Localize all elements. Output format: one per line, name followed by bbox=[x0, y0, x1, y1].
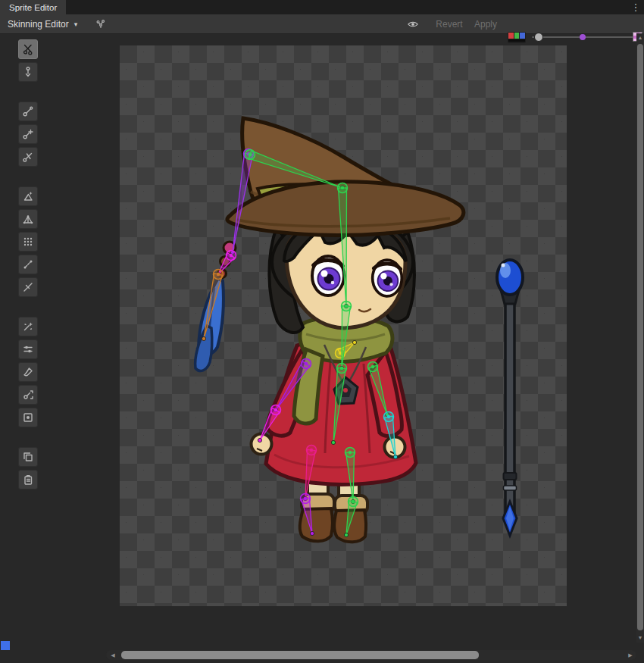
edit-geometry-icon bbox=[22, 213, 34, 225]
tool-auto-weights-button[interactable] bbox=[18, 317, 38, 336]
tool-edit-bone-button[interactable] bbox=[18, 102, 38, 121]
tool-bone-influence-button[interactable] bbox=[18, 385, 38, 405]
scroll-up-arrow[interactable]: ▲ bbox=[636, 33, 644, 42]
green-channel-swatch bbox=[514, 33, 520, 39]
alpha-channel-swatch bbox=[508, 39, 525, 42]
toolbar: Skinning Editor ▾ Revert Apply bbox=[0, 14, 644, 34]
paste-icon bbox=[22, 474, 34, 486]
bone-gizmo[interactable] bbox=[331, 364, 346, 445]
zoom-slider[interactable] bbox=[532, 33, 633, 41]
color-channels-icon[interactable] bbox=[508, 32, 526, 43]
copy-icon bbox=[22, 451, 34, 463]
tool-restore-bind-pose-button[interactable] bbox=[18, 62, 38, 82]
bone-gizmo[interactable] bbox=[202, 270, 223, 341]
tool-weight-brush-button[interactable] bbox=[18, 362, 38, 382]
tool-weight-slider-button[interactable] bbox=[18, 339, 38, 359]
bone-gizmo[interactable] bbox=[274, 359, 311, 412]
tool-create-vertex-button[interactable] bbox=[18, 232, 38, 252]
tool-preview-pose-button[interactable] bbox=[18, 39, 38, 59]
apply-button[interactable]: Apply bbox=[470, 16, 502, 32]
restore-bind-pose-icon bbox=[22, 66, 34, 78]
bone-influence-icon bbox=[22, 389, 34, 401]
bone-gizmo[interactable] bbox=[301, 494, 314, 536]
scroll-left-arrow[interactable]: ◀ bbox=[108, 650, 117, 660]
tool-split-bone-button[interactable] bbox=[18, 147, 38, 167]
create-bone-icon bbox=[22, 128, 34, 140]
tool-sprite-influence-button[interactable] bbox=[18, 408, 38, 427]
bone-gizmo[interactable] bbox=[230, 149, 253, 255]
tab-sprite-editor[interactable]: Sprite Editor bbox=[0, 0, 66, 14]
visibility-eye-button[interactable] bbox=[403, 17, 423, 31]
red-channel-swatch bbox=[508, 33, 514, 39]
rig-icon bbox=[95, 18, 106, 30]
bone-gizmo[interactable] bbox=[368, 362, 389, 417]
auto-geometry-icon bbox=[22, 190, 34, 202]
sprite-canvas[interactable] bbox=[120, 45, 567, 606]
edit-bone-icon bbox=[22, 105, 34, 117]
editor-mode-label: Skinning Editor bbox=[8, 19, 69, 30]
split-edge-icon bbox=[22, 281, 34, 293]
tab-title: Sprite Editor bbox=[9, 3, 57, 12]
sprite-editor-window: Sprite Editor ⋮ Skinning Editor ▾ Revert… bbox=[0, 0, 644, 663]
slider-thumb[interactable] bbox=[534, 33, 543, 42]
revert-button[interactable]: Revert bbox=[432, 16, 467, 32]
create-vertex-icon bbox=[22, 236, 34, 248]
slider-marker bbox=[580, 34, 586, 40]
preview-pose-icon bbox=[22, 43, 34, 55]
vertical-scrollbar[interactable]: ▲ ▼ bbox=[636, 33, 644, 643]
eye-icon bbox=[408, 20, 418, 29]
tool-create-bone-button[interactable] bbox=[18, 124, 38, 144]
bone-gizmo[interactable] bbox=[338, 183, 349, 308]
tool-edit-geometry-button[interactable] bbox=[18, 209, 38, 229]
tool-auto-geometry-button[interactable] bbox=[18, 186, 38, 206]
skinning-tools-sidebar bbox=[18, 39, 38, 493]
bone-gizmo[interactable] bbox=[339, 302, 351, 371]
tab-strip: Sprite Editor ⋮ bbox=[0, 0, 644, 14]
sprite-influence-icon bbox=[22, 411, 34, 424]
corner-blue-indicator bbox=[1, 641, 10, 650]
bone-gizmo[interactable] bbox=[245, 150, 345, 190]
weight-brush-icon bbox=[22, 366, 34, 378]
bone-gizmo[interactable] bbox=[303, 446, 316, 501]
bone-gizmo[interactable] bbox=[384, 412, 398, 459]
horizontal-scrollbar[interactable]: ◀ ▶ bbox=[0, 650, 636, 660]
bone-gizmo[interactable] bbox=[344, 497, 358, 537]
weight-slider-icon bbox=[22, 343, 34, 355]
horizontal-scroll-thumb[interactable] bbox=[121, 651, 479, 659]
editor-mode-dropdown[interactable]: Skinning Editor ▾ bbox=[2, 14, 83, 33]
tool-paste-button[interactable] bbox=[18, 470, 38, 489]
tool-create-edge-button[interactable] bbox=[18, 255, 38, 274]
split-bone-icon bbox=[22, 151, 34, 163]
tool-copy-button[interactable] bbox=[18, 447, 38, 467]
tool-split-edge-button[interactable] bbox=[18, 277, 38, 297]
bone-gizmo[interactable] bbox=[258, 405, 280, 443]
chevron-down-icon: ▾ bbox=[74, 20, 78, 28]
auto-weights-icon bbox=[22, 321, 34, 333]
bone-gizmos-overlay[interactable] bbox=[120, 45, 567, 606]
kebab-menu-icon[interactable]: ⋮ bbox=[630, 0, 642, 14]
create-edge-icon bbox=[22, 258, 34, 271]
bone-gizmo[interactable] bbox=[336, 340, 357, 358]
scroll-right-arrow[interactable]: ▶ bbox=[626, 650, 635, 660]
vertical-scroll-thumb[interactable] bbox=[637, 44, 643, 630]
rig-toggle-button[interactable] bbox=[91, 17, 111, 31]
blue-channel-swatch bbox=[520, 33, 525, 39]
bone-gizmo[interactable] bbox=[345, 448, 355, 504]
scroll-down-arrow[interactable]: ▼ bbox=[636, 633, 644, 643]
